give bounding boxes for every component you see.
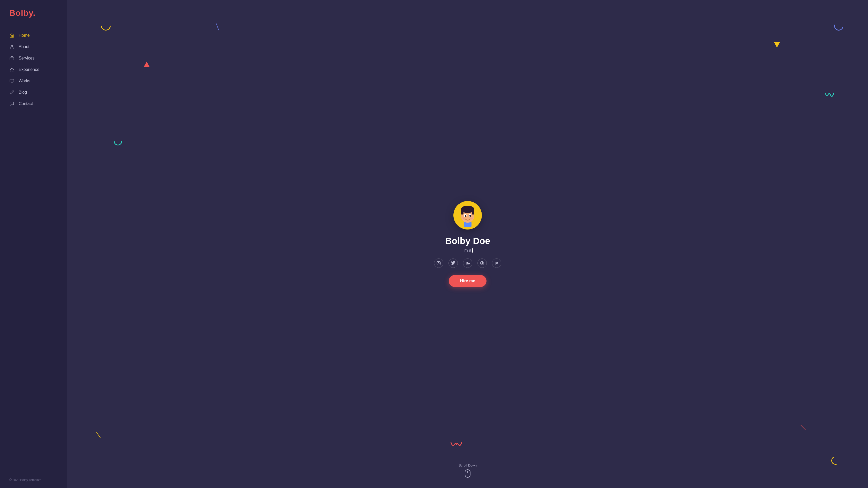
- deco-arc-blue-topright: [832, 20, 845, 32]
- svg-rect-10: [472, 209, 474, 214]
- nav-item-blog[interactable]: Blog: [6, 87, 61, 97]
- subtitle-prefix: I'm a: [462, 248, 471, 253]
- blog-icon: [9, 90, 14, 95]
- navigation: Home About Services Experience Works: [0, 30, 67, 472]
- scroll-label: Scroll Down: [459, 463, 477, 467]
- deco-line-red-bottomright: [800, 425, 806, 430]
- copyright-text: © 2020 Bolby Template.: [9, 478, 42, 482]
- social-behance[interactable]: Bē: [463, 258, 472, 268]
- sidebar: Bolby. Home About Services Experience: [0, 0, 67, 488]
- nav-item-services[interactable]: Services: [6, 53, 61, 63]
- nav-label-contact: Contact: [19, 101, 33, 106]
- scroll-down: Scroll Down: [459, 463, 477, 478]
- svg-point-15: [463, 218, 465, 219]
- works-icon: [9, 79, 14, 84]
- scroll-mouse-icon: [465, 469, 470, 478]
- logo-dot: .: [33, 8, 36, 18]
- deco-w-pink-bottom: [450, 442, 462, 450]
- deco-line-blue-top: [216, 24, 219, 31]
- home-icon: [9, 33, 14, 38]
- main-content: Bolby Doe I'm a Bē P Hire me S: [67, 0, 868, 488]
- contact-icon: [9, 101, 14, 106]
- hero-subtitle: I'm a: [462, 248, 473, 253]
- svg-rect-1: [10, 57, 14, 60]
- about-icon: [9, 44, 14, 50]
- hero-name: Bolby Doe: [445, 236, 490, 246]
- logo-text: Bolby: [9, 8, 33, 18]
- deco-line-yellow-bottomleft: [96, 432, 101, 438]
- nav-item-works[interactable]: Works: [6, 76, 61, 86]
- hero-section: Bolby Doe I'm a Bē P Hire me: [434, 201, 501, 287]
- svg-point-16: [470, 218, 472, 219]
- social-instagram[interactable]: [434, 258, 443, 268]
- svg-point-0: [11, 45, 13, 47]
- deco-arc-yellow-top: [99, 19, 113, 33]
- social-dribbble[interactable]: [477, 258, 487, 268]
- scroll-dot: [467, 471, 468, 473]
- svg-point-13: [465, 215, 466, 217]
- nav-label-services: Services: [19, 56, 34, 61]
- logo: Bolby.: [0, 8, 67, 30]
- experience-icon: [9, 67, 14, 72]
- svg-rect-9: [461, 209, 464, 214]
- deco-triangle-yellow-down: [774, 42, 780, 48]
- nav-item-experience[interactable]: Experience: [6, 64, 61, 75]
- social-links: Bē P: [434, 258, 501, 268]
- avatar: [454, 201, 482, 230]
- hire-me-button[interactable]: Hire me: [449, 275, 487, 287]
- svg-rect-3: [10, 79, 14, 82]
- nav-label-experience: Experience: [19, 67, 39, 72]
- services-icon: [9, 56, 14, 61]
- nav-item-home[interactable]: Home: [6, 30, 61, 41]
- nav-item-contact[interactable]: Contact: [6, 99, 61, 109]
- deco-arc-yellow-bottomright: [830, 455, 841, 466]
- typing-cursor: [472, 248, 473, 252]
- social-twitter[interactable]: [448, 258, 458, 268]
- deco-arc-teal-mid: [112, 135, 124, 147]
- svg-point-14: [469, 215, 471, 217]
- nav-label-blog: Blog: [19, 90, 27, 95]
- social-pinterest[interactable]: P: [492, 258, 501, 268]
- nav-label-works: Works: [19, 79, 30, 83]
- sidebar-footer: © 2020 Bolby Template.: [0, 472, 67, 482]
- deco-arc-teal-right: [825, 92, 834, 99]
- nav-label-about: About: [19, 44, 30, 49]
- svg-rect-17: [437, 261, 440, 265]
- deco-triangle-red: [144, 62, 150, 67]
- svg-marker-2: [10, 68, 14, 71]
- nav-item-about[interactable]: About: [6, 42, 61, 52]
- nav-label-home: Home: [19, 33, 30, 38]
